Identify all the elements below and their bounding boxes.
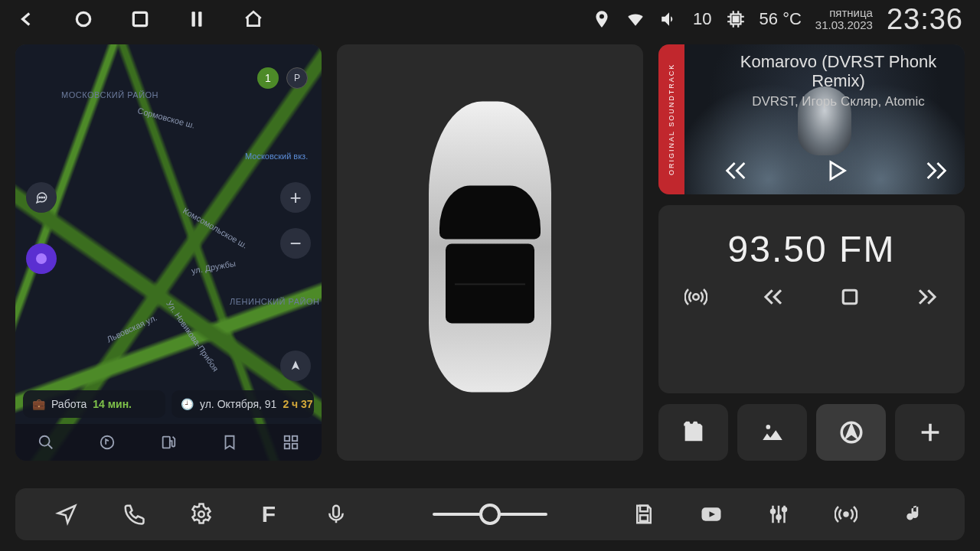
chip-label: ул. Октября, 91 [200,398,276,410]
svg-point-18 [766,425,770,429]
map-zoom-out-button[interactable]: − [280,228,311,259]
chip-eta: 14 мин. [93,398,132,410]
svg-point-8 [44,197,45,198]
dock-music-button[interactable] [884,503,943,526]
svg-point-6 [39,197,41,198]
music-note-icon[interactable] [99,434,116,451]
svg-rect-3 [198,11,201,27]
briefcase-icon: 💼 [32,398,45,410]
app-tile-add[interactable] [895,404,965,461]
gas-station-icon[interactable] [160,434,177,451]
dock-brightness-slider[interactable] [374,513,606,516]
svg-point-25 [771,510,775,514]
svg-rect-5 [733,17,738,22]
volume-level: 10 [693,9,711,29]
map-widget[interactable]: МОСКОВСКИЙ РАЙОН ЛЕНИНСКИЙ РАЙОН Сормовс… [15,44,322,461]
chip-label: Работа [51,398,87,410]
track-title: Komarovo (DVRST Phonk Remix) [723,52,954,91]
app-tile-gallery[interactable] [737,404,807,461]
svg-point-10 [101,436,114,449]
map-district-label: ЛЕНИНСКИЙ РАЙОН [230,297,319,306]
svg-point-0 [77,12,90,25]
dock-nav-button[interactable] [37,503,96,526]
search-icon[interactable] [38,434,54,451]
dock-broadcast-button[interactable] [816,503,876,526]
app-tile-video[interactable] [658,404,728,461]
map-chat-button[interactable] [26,182,57,213]
map-traffic-badge[interactable]: 1 [257,67,279,89]
map-toolbar [15,424,322,461]
map-destination-chip-address[interactable]: 🕘 ул. Октября, 91 2 ч 37 м [172,390,314,418]
svg-rect-23 [640,515,648,521]
chip-eta: 2 ч 37 м [283,398,314,410]
map-district-label: МОСКОВСКИЙ РАЙОН [61,90,158,99]
recent-apps-icon[interactable] [130,9,150,29]
svg-rect-17 [844,290,858,304]
svg-rect-22 [640,506,648,512]
back-icon[interactable] [17,9,37,29]
track-artist: DVRST, Игорь Скляр, Atomic [723,94,954,109]
album-art: Komarovo (DVRST Phonk Remix) DVRST, Игор… [684,44,965,194]
cpu-temp: 56 °C [760,9,802,29]
map-voice-assistant-button[interactable] [26,243,57,274]
clock-icon: 🕘 [181,398,194,410]
dock-mic-button[interactable] [306,503,366,526]
svg-rect-2 [192,11,195,27]
map-parking-badge[interactable]: P [286,67,308,89]
app-shortcuts-row [658,404,965,461]
music-prev-button[interactable] [723,158,749,184]
radio-next-button[interactable] [916,285,939,308]
dock-youtube-button[interactable] [681,503,741,526]
svg-point-7 [41,197,43,198]
svg-rect-1 [133,12,146,25]
music-widget[interactable]: ORIGINAL SOUNDTRACK Komarovo (DVRST Phon… [658,44,965,194]
svg-rect-15 [292,444,297,448]
map-destination-chip-work[interactable]: 💼 Работа 14 мин. [23,390,165,418]
svg-point-16 [693,294,699,300]
music-next-button[interactable] [923,158,949,184]
home-icon[interactable] [243,9,263,29]
cpu-icon [726,9,746,29]
svg-point-28 [844,513,848,517]
music-play-button[interactable] [823,158,849,184]
circle-icon[interactable] [74,9,93,29]
radio-stop-button[interactable] [838,285,861,308]
bottom-dock: F [15,488,965,540]
map-station-label: Московский вкз. [245,152,308,161]
vehicle-widget[interactable] [337,44,643,461]
map-zoom-in-button[interactable]: + [280,182,311,213]
dock-equalizer-button[interactable] [749,503,808,526]
svg-point-9 [40,436,50,446]
location-icon [592,9,612,29]
map-recenter-button[interactable] [280,350,311,381]
app-tile-nav[interactable] [816,404,886,461]
dock-settings-button[interactable] [172,503,231,526]
radio-scan-icon[interactable] [684,285,707,308]
svg-point-26 [777,515,781,519]
dock-phone-button[interactable] [104,503,164,526]
svg-rect-11 [163,437,170,448]
radio-widget[interactable]: 93.50 FM [658,205,965,393]
radio-frequency: 93.50 FM [672,216,951,278]
clock: 23:36 [887,3,963,36]
bookmark-icon[interactable] [221,434,238,451]
dock-f-button[interactable]: F [239,501,299,527]
wifi-icon [626,9,645,29]
svg-point-20 [198,511,204,517]
pause-icon[interactable] [187,9,207,29]
svg-rect-13 [292,436,297,441]
vehicle-render [429,101,551,392]
apps-grid-icon[interactable] [283,434,299,451]
volume-icon [659,9,679,29]
date-block: пятница 31.03.2023 [815,7,873,32]
svg-rect-14 [285,444,289,448]
svg-point-27 [782,507,786,511]
status-bar: 10 56 °C пятница 31.03.2023 23:36 [0,0,980,38]
radio-prev-button[interactable] [762,285,785,308]
weekday: пятница [815,7,873,20]
date: 31.03.2023 [815,19,873,32]
slider-thumb[interactable] [479,504,501,525]
svg-rect-12 [285,436,289,441]
dock-save-button[interactable] [614,503,674,526]
album-spine: ORIGINAL SOUNDTRACK [658,44,684,194]
